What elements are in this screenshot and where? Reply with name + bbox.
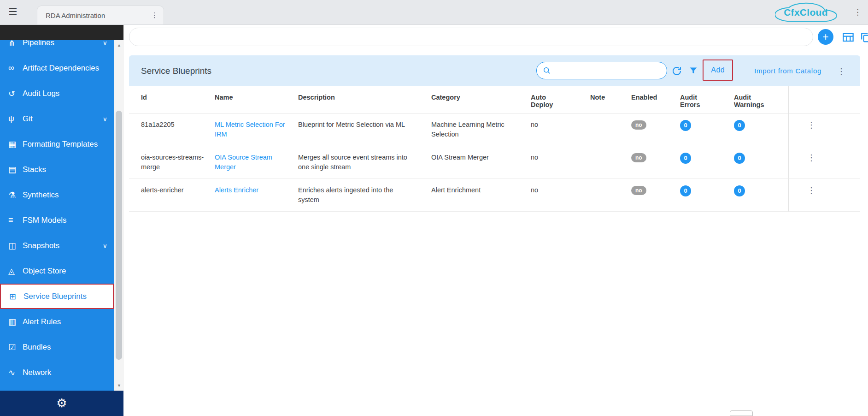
- description-text: Blueprint for Metric Selection via ML: [298, 120, 405, 130]
- column-header-name[interactable]: Name: [215, 86, 298, 113]
- column-header-audit-warnings[interactable]: Audit Warnings: [734, 86, 788, 113]
- search-input[interactable]: [555, 66, 661, 75]
- search-icon: [542, 66, 551, 75]
- global-quickbar: +: [129, 28, 868, 47]
- description-text: Merges all source event streams into one…: [298, 153, 414, 172]
- alert-rules-icon: ▥: [8, 317, 23, 327]
- column-header-auto-deploy[interactable]: Auto Deploy: [531, 86, 590, 113]
- sidebar-item-object-store[interactable]: ◬ Object Store: [0, 258, 114, 284]
- column-header-category[interactable]: Category: [431, 86, 531, 113]
- description-text: Enriches alerts ingested into the system: [298, 185, 414, 205]
- cell-category: OIA Stream Merger: [431, 146, 531, 179]
- enabled-badge: no: [631, 120, 646, 130]
- sidebar-item-label: Object Store: [23, 267, 107, 276]
- enabled-badge: no: [631, 153, 646, 162]
- column-header-audit-errors[interactable]: Audit Errors: [680, 86, 734, 113]
- global-add-button[interactable]: +: [818, 29, 833, 45]
- cell-actions: ⋮: [788, 113, 860, 146]
- audit-errors-badge: 0: [680, 120, 691, 131]
- sidebar-item-network[interactable]: ∿ Network: [0, 360, 114, 385]
- column-header-label: Audit Errors: [680, 94, 710, 108]
- tab-title: RDA Administration: [46, 12, 151, 19]
- pagination-partial[interactable]: [730, 410, 753, 416]
- sidebar-footer: ⚙: [0, 391, 123, 416]
- sidebar-item-label: Artifact Dependencies: [23, 64, 107, 73]
- blueprint-link[interactable]: OIA Source Stream Merger: [215, 154, 272, 171]
- blueprint-link[interactable]: Alerts Enricher: [215, 186, 258, 194]
- git-icon: ψ: [8, 114, 23, 124]
- column-header-enabled[interactable]: Enabled: [631, 86, 680, 113]
- cell-note: [590, 179, 631, 212]
- service-blueprints-icon: ⊞: [9, 291, 23, 302]
- search-box[interactable]: [536, 62, 667, 79]
- hamburger-menu-icon[interactable]: ☰: [8, 6, 18, 18]
- scroll-down-icon[interactable]: ▼: [114, 383, 124, 388]
- page-title: Service Blueprints: [141, 66, 211, 76]
- global-search-input[interactable]: [129, 28, 813, 46]
- column-header-label: Audit Warnings: [734, 94, 763, 108]
- sidebar-item-stacks[interactable]: ▤ Stacks: [0, 157, 114, 182]
- column-header-id[interactable]: Id: [129, 86, 215, 113]
- audit-logs-icon: ↺: [8, 89, 23, 99]
- audit-warnings-badge: 0: [734, 185, 745, 196]
- sidebar-item-synthetics[interactable]: ⚗ Synthetics: [0, 182, 114, 208]
- enabled-badge: no: [631, 186, 646, 195]
- browser-tab[interactable]: RDA Administration ⋮: [37, 6, 164, 24]
- add-button[interactable]: Add: [704, 60, 732, 80]
- cell-category: Alert Enrichment: [431, 179, 531, 212]
- refresh-icon[interactable]: [671, 65, 682, 77]
- sidebar-item-fsm-models[interactable]: ≡ FSM Models: [0, 208, 114, 233]
- cell-audit-errors: 0: [680, 113, 734, 146]
- settings-gear-icon[interactable]: ⚙: [56, 396, 67, 410]
- cell-actions: ⋮: [788, 179, 860, 212]
- panel-header: Service Blueprints: [129, 55, 860, 86]
- sidebar-item-git[interactable]: ψ Git ∨: [0, 106, 114, 131]
- scroll-up-icon[interactable]: ▲: [114, 43, 124, 48]
- column-header-note[interactable]: Note: [590, 86, 631, 113]
- sidebar-item-audit-logs[interactable]: ↺ Audit Logs: [0, 81, 114, 106]
- sidebar-item-label: Git: [23, 114, 103, 124]
- scrollbar-thumb[interactable]: [116, 111, 122, 360]
- screen: ☰ RDA Administration ⋮ CfxCloud ⋮ ⋔ Pipe…: [0, 0, 868, 416]
- browser-topbar: ☰ RDA Administration ⋮ CfxCloud ⋮: [0, 0, 868, 25]
- service-blueprints-panel: Service Blueprints: [129, 55, 860, 212]
- add-annotation-box: Add: [703, 59, 733, 81]
- audit-warnings-badge: 0: [734, 153, 745, 164]
- cell-enabled: no: [631, 113, 680, 146]
- sidebar-item-formatting-templates[interactable]: ▦ Formatting Templates: [0, 131, 114, 157]
- artifact-dependencies-icon: ∞: [8, 63, 23, 73]
- sidebar-scrollbar[interactable]: ▲ ▼: [114, 24, 124, 391]
- bundles-icon: ☑: [8, 342, 23, 352]
- sidebar-item-artifact-dependencies[interactable]: ∞ Artifact Dependencies: [0, 55, 114, 81]
- cell-description: Blueprint for Metric Selection via ML: [298, 113, 431, 146]
- copy-icon[interactable]: [859, 30, 868, 44]
- sidebar-item-label: FSM Models: [23, 216, 107, 225]
- filter-icon[interactable]: [688, 65, 699, 77]
- import-from-catalog-button[interactable]: Import from Catalog: [751, 55, 824, 86]
- row-actions-menu-icon[interactable]: ⋮: [807, 153, 815, 162]
- sidebar-item-label: Bundles: [23, 343, 107, 352]
- sidebar: ⋔ Pipelines ∨ ∞ Artifact Dependencies ↺ …: [0, 24, 114, 416]
- browser-menu-icon[interactable]: ⋮: [854, 7, 862, 17]
- panel-menu-icon[interactable]: ⋮: [837, 66, 845, 77]
- row-actions-menu-icon[interactable]: ⋮: [807, 120, 815, 130]
- snapshots-icon: ◫: [8, 241, 23, 251]
- column-header-description[interactable]: Description: [298, 86, 431, 113]
- cell-note: [590, 146, 631, 179]
- audit-warnings-badge: 0: [734, 120, 745, 131]
- sidebar-item-snapshots[interactable]: ◫ Snapshots ∨: [0, 233, 114, 258]
- sidebar-item-bundles[interactable]: ☑ Bundles: [0, 334, 114, 360]
- sidebar-item-label: Formatting Templates: [23, 140, 107, 149]
- cell-auto-deploy: no: [531, 146, 590, 179]
- tab-menu-icon[interactable]: ⋮: [151, 11, 158, 19]
- blueprint-link[interactable]: ML Metric Selection For IRM: [215, 121, 285, 138]
- sidebar-item-service-blueprints[interactable]: ⊞ Service Blueprints: [0, 284, 114, 309]
- cell-name: OIA Source Stream Merger: [215, 146, 298, 179]
- chevron-down-icon: ∨: [103, 115, 107, 123]
- row-actions-menu-icon[interactable]: ⋮: [807, 186, 815, 195]
- main-content: + Service Blueprints: [123, 24, 868, 416]
- sidebar-item-alert-rules[interactable]: ▥ Alert Rules: [0, 309, 114, 334]
- sidebar-item-label: Network: [23, 368, 107, 377]
- grid-view-icon[interactable]: [841, 30, 855, 44]
- sidebar-item-label: Synthetics: [23, 190, 107, 200]
